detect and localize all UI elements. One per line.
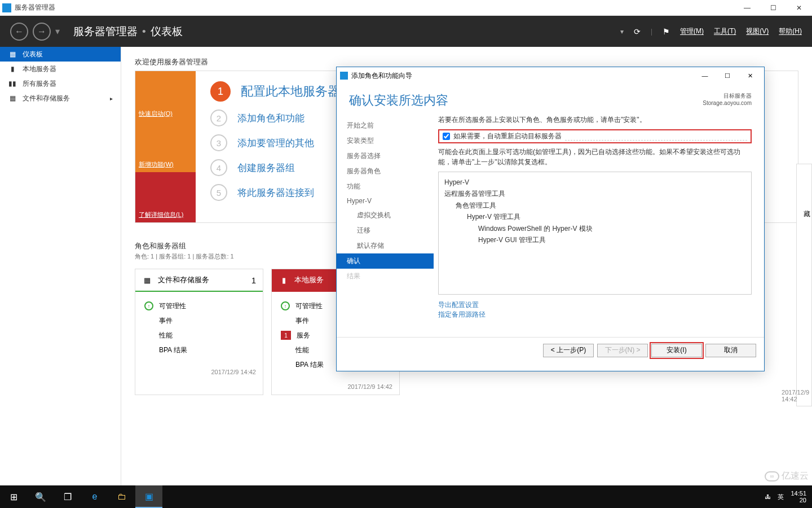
servers-icon: ▮▮ (8, 80, 17, 87)
error-badge: 1 (281, 331, 291, 340)
ime-indicator[interactable]: 英 (778, 493, 784, 501)
forward-button[interactable]: → (33, 23, 51, 41)
search-button[interactable]: 🔍 (27, 485, 54, 508)
system-tray[interactable]: 🖧 英 14:51 20 (759, 490, 812, 503)
wiz-step-begin[interactable]: 开始之前 (337, 118, 434, 133)
storage-icon: ▦ (142, 275, 152, 285)
explorer-icon[interactable]: 🗀 (108, 485, 135, 508)
clock[interactable]: 14:51 20 (791, 490, 806, 503)
wizard-titlebar[interactable]: 添加角色和功能向导 — ☐ ✕ (337, 67, 764, 84)
flag-icon[interactable]: ⚑ (663, 27, 670, 36)
ok-icon: ↑ (144, 301, 153, 310)
crumb-page[interactable]: 仪表板 (151, 24, 183, 39)
sidebar-item-all[interactable]: ▮▮所有服务器 (0, 76, 121, 91)
wiz-step-roles[interactable]: 服务器角色 (337, 164, 434, 179)
menu-view[interactable]: 视图(V) (746, 27, 769, 36)
taskbar: ⊞ 🔍 ❐ e 🗀 ▣ 🖧 英 14:51 20 (0, 485, 812, 508)
server-icon: ▮ (8, 65, 17, 73)
sidebar-item-local[interactable]: ▮本地服务器 (0, 62, 121, 76)
window-titlebar: 服务器管理器 — ☐ ✕ (0, 0, 812, 16)
wizard-title: 添加角色和功能向导 (351, 71, 412, 81)
hero-whatsnew[interactable]: 新增功能(W) (135, 121, 196, 172)
wiz-step-vswitch[interactable]: 虚拟交换机 (337, 208, 434, 223)
hero-quickstart[interactable]: 快速启动(Q) (135, 71, 196, 121)
wizard-intro: 若要在所选服务器上安装以下角色、角色服务或功能，请单击"安装"。 (438, 115, 752, 125)
tile-cropped: 藏 2017/12/9 14:42 (796, 164, 812, 406)
welcome-heading: 欢迎使用服务器管理器 (135, 57, 798, 67)
wiz-step-migration[interactable]: 迁移 (337, 223, 434, 238)
prev-button[interactable]: < 上一步(P) (543, 344, 594, 357)
watermark: ∞亿速云 (765, 470, 809, 482)
wiz-step-type[interactable]: 安装类型 (337, 133, 434, 148)
tile-storage[interactable]: ▦文件和存储服务1 ↑可管理性 事件 性能 BPA 结果 2017/12/9 1… (135, 269, 263, 395)
export-link[interactable]: 导出配置设置 (438, 300, 752, 310)
wiz-step-confirm[interactable]: 确认 (337, 253, 434, 269)
menu-help[interactable]: 帮助(H) (779, 27, 802, 36)
taskview-button[interactable]: ❐ (54, 485, 81, 508)
sidebar-item-storage[interactable]: ▦文件和存储服务▸ (0, 91, 121, 106)
network-icon[interactable]: 🖧 (765, 493, 771, 500)
wizard-minimize[interactable]: — (694, 69, 716, 82)
wizard-heading: 确认安装所选内容 (349, 92, 448, 109)
maximize-button[interactable]: ☐ (760, 0, 786, 16)
wizard-icon (340, 72, 348, 80)
wiz-step-storage[interactable]: 默认存储 (337, 238, 434, 253)
dashboard-icon: ▦ (8, 50, 17, 58)
start-button[interactable]: ⊞ (0, 485, 27, 508)
wiz-step-hyperv[interactable]: Hyper-V (337, 194, 434, 208)
wizard-target: 目标服务器 Storage.aoyou.com (703, 92, 752, 106)
wiz-step-server[interactable]: 服务器选择 (337, 148, 434, 164)
restart-checkbox-row[interactable]: 如果需要，自动重新启动目标服务器 (438, 129, 752, 143)
wizard-content: 若要在所选服务器上安装以下角色、角色服务或功能，请单击"安装"。 如果需要，自动… (434, 112, 764, 337)
wiz-step-results: 结果 (337, 269, 434, 284)
install-button[interactable]: 安装(I) (651, 344, 702, 357)
refresh-icon[interactable]: ⟳ (634, 27, 641, 36)
breadcrumb: 服务器管理器 • 仪表板 (73, 24, 183, 39)
altsource-link[interactable]: 指定备用源路径 (438, 310, 752, 319)
wizard-dialog: 添加角色和功能向导 — ☐ ✕ 确认安装所选内容 目标服务器 Storage.a… (336, 67, 765, 371)
back-button[interactable]: ← (10, 23, 28, 41)
wizard-steps: 开始之前 安装类型 服务器选择 服务器角色 功能 Hyper-V 虚拟交换机 迁… (337, 112, 434, 337)
wizard-footer: < 上一步(P) 下一步(N) > 安装(I) 取消 (337, 337, 764, 363)
close-button[interactable]: ✕ (786, 0, 812, 16)
window-title: 服务器管理器 (15, 3, 55, 12)
ok-icon: ↑ (281, 301, 290, 310)
servermanager-task[interactable]: ▣ (135, 485, 162, 508)
wizard-note: 可能会在此页面上显示可选功能(如管理工具)，因为已自动选择这些功能。如果不希望安… (438, 147, 752, 167)
wizard-maximize[interactable]: ☐ (717, 69, 738, 82)
wiz-step-features[interactable]: 功能 (337, 179, 434, 194)
sidebar: ▦仪表板 ▮本地服务器 ▮▮所有服务器 ▦文件和存储服务▸ (0, 47, 121, 485)
app-icon (2, 3, 11, 12)
cancel-button[interactable]: 取消 (705, 344, 756, 357)
storage-icon: ▦ (8, 94, 17, 102)
wizard-close[interactable]: ✕ (739, 69, 761, 82)
features-box: Hyper-V 远程服务器管理工具 角色管理工具 Hyper-V 管理工具 Wi… (438, 172, 752, 295)
menu-tools[interactable]: 工具(T) (714, 27, 736, 36)
ie-icon[interactable]: e (81, 485, 108, 508)
app-header: ← → ▾ 服务器管理器 • 仪表板 ▾ ⟳ | ⚑ 管理(M) 工具(T) 视… (0, 16, 812, 47)
crumb-root[interactable]: 服务器管理器 (73, 24, 138, 39)
sidebar-item-dashboard[interactable]: ▦仪表板 (0, 47, 121, 62)
next-button: 下一步(N) > (597, 344, 648, 357)
chevron-right-icon: ▸ (110, 95, 113, 102)
restart-checkbox[interactable] (443, 133, 450, 140)
hero-learnmore[interactable]: 了解详细信息(L) (135, 172, 196, 222)
menu-manage[interactable]: 管理(M) (680, 27, 704, 36)
server-icon: ▮ (279, 275, 289, 285)
minimize-button[interactable]: — (734, 0, 760, 16)
